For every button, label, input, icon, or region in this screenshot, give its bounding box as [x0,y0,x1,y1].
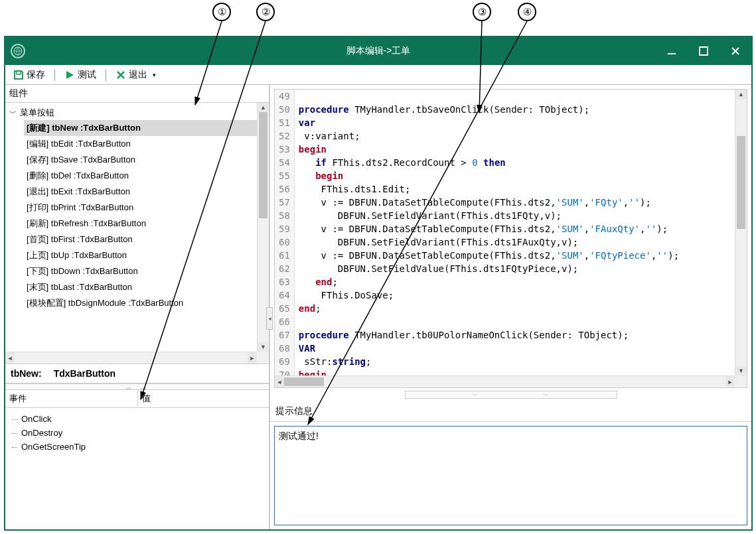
selected-component-label: tbNew:TdxBarButton [5,364,269,383]
callout-1: ① [212,3,231,21]
save-label: 保存 [27,69,45,81]
scroll-thumb[interactable] [259,112,267,218]
tree-item[interactable]: [退出] tbExit :TdxBarButton [24,184,257,200]
tree-group-menu-buttons[interactable]: ﹀ 菜单按钮 [9,105,257,120]
value-column-header: 值 [138,390,155,407]
close-icon [115,70,126,80]
dropdown-icon: ▾ [153,72,156,78]
scroll-right-icon[interactable]: ► [725,376,735,387]
events-column-header: 事件 [5,390,138,407]
window-title: 脚本编辑->工单 [346,45,411,57]
save-icon [13,70,24,80]
tree-item[interactable]: [编辑] tbEdit :TdxBarButton [24,136,257,152]
splitter-code-hint[interactable]: ﹀ ﹀ [405,391,617,399]
tree-item[interactable]: [模块配置] tbDsignModule :TdxBarButton [24,295,257,311]
scroll-up-icon[interactable]: ▲ [258,103,269,112]
app-icon [11,44,25,58]
code-horizontal-scrollbar[interactable]: ◄ ► [275,375,735,387]
event-item[interactable]: OnClick [12,412,262,426]
chevron-down-icon: ﹀ [9,108,17,118]
event-item[interactable]: OnGetScreenTip [12,440,262,454]
tree-item[interactable]: [下页] tbDown :TdxBarButton [24,263,257,279]
test-label: 测试 [78,69,96,81]
tree-item[interactable]: [打印] tbPrint :TdxBarButton [24,200,257,216]
tree-horizontal-scrollbar[interactable]: ◄ ► [5,352,257,364]
code-editor[interactable]: procedure TMyHandler.tbSaveOnClick(Sende… [295,90,679,375]
splitter-horizontal[interactable]: ︿ ︿ [5,383,269,390]
code-vertical-scrollbar[interactable]: ▲ ▼ [735,90,747,375]
tree-item[interactable]: [刷新] tbRefresh :TdxBarButton [24,216,257,232]
test-button[interactable]: 测试 [60,68,100,82]
scroll-thumb[interactable] [284,377,324,386]
callout-2: ② [256,3,275,21]
tree-item[interactable]: [上页] tbUp :TdxBarButton [24,247,257,263]
tree-item[interactable]: [删除] tbDel :TdxBarButton [24,168,257,184]
event-item[interactable]: OnDestroy [12,426,262,440]
scroll-left-icon[interactable]: ◄ [5,352,15,364]
splitter-vertical[interactable]: ◂ [266,307,273,330]
events-list[interactable]: OnClickOnDestroyOnGetScreenTip [5,408,269,458]
callout-3: ③ [473,3,491,21]
hint-output[interactable]: 测试通过! [274,426,747,525]
scroll-down-icon[interactable]: ▼ [735,366,747,375]
scroll-left-icon[interactable]: ◄ [275,376,284,387]
minimize-button[interactable] [656,37,688,65]
svg-rect-7 [17,71,21,74]
callout-4: ④ [518,3,536,21]
hint-header: 提示信息 [270,401,751,422]
toolbar: 保存 测试 退出 ▾ [5,65,751,85]
tree-item[interactable]: [首页] tbFirst :TdxBarButton [24,232,257,247]
svg-rect-6 [700,47,708,55]
component-tree[interactable]: ﹀ 菜单按钮 [新建] tbNew :TdxBarButton[编辑] tbEd… [5,103,257,352]
exit-label: 退出 [129,69,147,81]
components-header: 组件 [5,85,269,103]
titlebar: 脚本编辑->工单 [5,37,751,65]
tree-item[interactable]: [末页] tbLast :TdxBarButton [24,279,257,295]
app-window: 脚本编辑->工单 保存 测试 退出 ▾ [4,36,753,531]
tree-item[interactable]: [保存] tbSave :TdxBarButton [24,152,257,168]
save-button[interactable]: 保存 [9,68,49,82]
close-button[interactable] [719,37,751,65]
exit-button[interactable]: 退出 ▾ [112,68,160,82]
tree-group-label-text: 菜单按钮 [20,107,54,119]
scroll-up-icon[interactable]: ▲ [735,90,747,99]
play-icon [64,70,75,80]
scroll-down-icon[interactable]: ▼ [258,342,269,352]
scroll-right-icon[interactable]: ► [248,352,257,364]
tree-item[interactable]: [新建] tbNew :TdxBarButton [24,120,257,136]
maximize-button[interactable] [688,37,719,65]
scroll-thumb[interactable] [737,136,745,229]
code-gutter: 4950515253545556575859606162636465666768… [275,90,295,375]
svg-rect-5 [668,53,676,54]
